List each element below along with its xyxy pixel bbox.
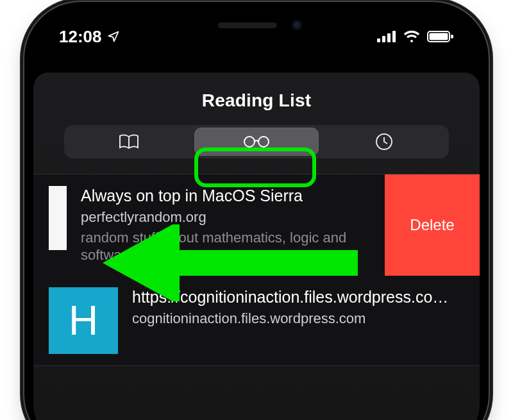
delete-button[interactable]: Delete <box>385 174 480 276</box>
svg-rect-3 <box>392 31 396 42</box>
status-right <box>377 30 454 43</box>
status-time: 12:08 <box>59 27 102 47</box>
segmented-control <box>64 125 449 158</box>
svg-rect-2 <box>387 33 391 42</box>
clock-icon <box>374 132 394 151</box>
reading-list-sheet: Reading List <box>33 72 480 420</box>
svg-rect-6 <box>451 35 453 38</box>
svg-rect-0 <box>377 38 380 42</box>
avatar-letter: H <box>69 297 98 344</box>
item-site: perfectlyrandom.org <box>81 208 369 226</box>
tab-reading-list[interactable] <box>194 128 319 156</box>
wifi-icon <box>403 30 421 43</box>
delete-label: Delete <box>410 216 454 234</box>
item-text: https://cognitioninaction.files.wordpres… <box>132 287 464 354</box>
svg-rect-1 <box>382 36 385 42</box>
svg-point-7 <box>244 137 255 147</box>
cellular-icon <box>377 31 396 42</box>
phone-frame: 12:08 Reading List <box>24 2 489 420</box>
list-item[interactable]: H https://cognitioninaction.files.wordpr… <box>33 276 480 366</box>
phone-screen: 12:08 Reading List <box>33 11 480 420</box>
page-title: Reading List <box>49 90 464 111</box>
item-text: Always on top in MacOS Sierra perfectlyr… <box>81 186 369 264</box>
reading-list-items: Always on top in MacOS Sierra perfectlyr… <box>33 174 480 366</box>
status-left: 12:08 <box>59 27 120 47</box>
tab-bookmarks[interactable] <box>67 128 192 156</box>
item-title: https://cognitioninaction.files.wordpres… <box>132 287 464 307</box>
tab-history[interactable] <box>321 128 446 156</box>
item-description: random stuff about mathematics, logic an… <box>81 229 369 264</box>
item-site: cognitioninaction.files.wordpress.com <box>132 310 464 328</box>
battery-icon <box>427 30 454 43</box>
sheet-header: Reading List <box>33 72 480 158</box>
list-item[interactable]: Always on top in MacOS Sierra perfectlyr… <box>33 174 480 276</box>
svg-point-8 <box>258 137 269 147</box>
book-icon <box>117 133 140 151</box>
item-title: Always on top in MacOS Sierra <box>81 186 369 206</box>
item-avatar: H <box>49 287 118 354</box>
glasses-icon <box>240 134 273 149</box>
phone-notch <box>164 11 349 38</box>
location-icon <box>107 30 120 43</box>
item-thumbnail <box>49 186 67 250</box>
svg-rect-5 <box>430 33 448 40</box>
